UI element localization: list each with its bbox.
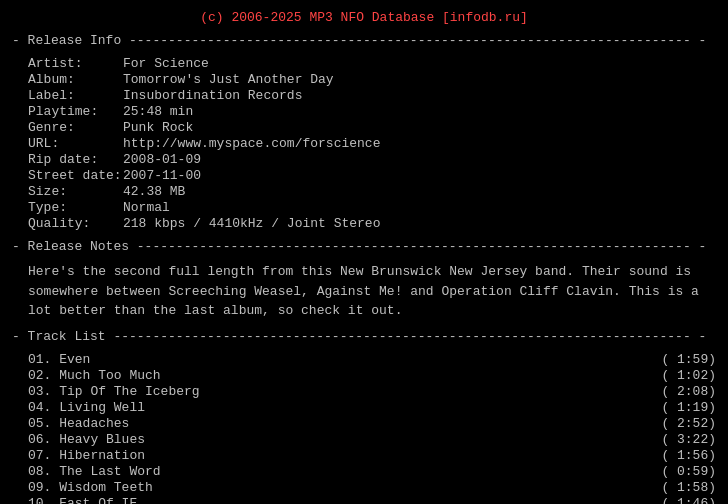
url-label: URL:	[28, 136, 123, 151]
genre-row: Genre: Punk Rock	[28, 120, 716, 135]
rip-date-label: Rip date:	[28, 152, 123, 167]
track-duration: ( 2:08)	[661, 384, 716, 399]
size-row: Size: 42.38 MB	[28, 184, 716, 199]
tracklist-divider: - Track List ---------------------------…	[12, 329, 716, 344]
genre-label: Genre:	[28, 120, 123, 135]
playtime-row: Playtime: 25:48 min	[28, 104, 716, 119]
track-row: 09. Wisdom Teeth( 1:58)	[28, 480, 716, 495]
quality-label: Quality:	[28, 216, 123, 231]
quality-value: 218 kbps / 4410kHz / Joint Stereo	[123, 216, 380, 231]
release-notes: Here's the second full length from this …	[28, 262, 716, 321]
track-row: 07. Hibernation( 1:56)	[28, 448, 716, 463]
track-row: 06. Heavy Blues( 3:22)	[28, 432, 716, 447]
rip-date-row: Rip date: 2008-01-09	[28, 152, 716, 167]
genre-value: Punk Rock	[123, 120, 193, 135]
quality-row: Quality: 218 kbps / 4410kHz / Joint Ster…	[28, 216, 716, 231]
track-row: 08. The Last Word( 0:59)	[28, 464, 716, 479]
type-value: Normal	[123, 200, 170, 215]
track-title: 01. Even	[28, 352, 90, 367]
type-label: Type:	[28, 200, 123, 215]
size-value: 42.38 MB	[123, 184, 185, 199]
street-date-label: Street date:	[28, 168, 123, 183]
street-date-row: Street date: 2007-11-00	[28, 168, 716, 183]
playtime-label: Playtime:	[28, 104, 123, 119]
track-row: 01. Even( 1:59)	[28, 352, 716, 367]
release-notes-divider: - Release Notes ------------------------…	[12, 239, 716, 254]
track-title: 07. Hibernation	[28, 448, 145, 463]
track-title: 09. Wisdom Teeth	[28, 480, 153, 495]
track-duration: ( 2:52)	[661, 416, 716, 431]
track-row: 02. Much Too Much( 1:02)	[28, 368, 716, 383]
track-duration: ( 1:46)	[661, 496, 716, 505]
track-title: 06. Heavy Blues	[28, 432, 145, 447]
label-row: Label: Insubordination Records	[28, 88, 716, 103]
track-row: 03. Tip Of The Iceberg( 2:08)	[28, 384, 716, 399]
artist-label: Artist:	[28, 56, 123, 71]
street-date-value: 2007-11-00	[123, 168, 201, 183]
track-title: 04. Living Well	[28, 400, 145, 415]
track-duration: ( 1:59)	[661, 352, 716, 367]
release-info: Artist: For Science Album: Tomorrow's Ju…	[28, 56, 716, 231]
album-value: Tomorrow's Just Another Day	[123, 72, 334, 87]
url-value: http://www.myspace.com/forscience	[123, 136, 380, 151]
label-label: Label:	[28, 88, 123, 103]
artist-row: Artist: For Science	[28, 56, 716, 71]
track-duration: ( 1:19)	[661, 400, 716, 415]
playtime-value: 25:48 min	[123, 104, 193, 119]
track-title: 05. Headaches	[28, 416, 129, 431]
size-label: Size:	[28, 184, 123, 199]
track-row: 04. Living Well( 1:19)	[28, 400, 716, 415]
rip-date-value: 2008-01-09	[123, 152, 201, 167]
tracklist: 01. Even( 1:59)02. Much Too Much( 1:02)0…	[28, 352, 716, 505]
track-title: 02. Much Too Much	[28, 368, 161, 383]
artist-value: For Science	[123, 56, 209, 71]
track-title: 10. East Of IE	[28, 496, 137, 505]
album-label: Album:	[28, 72, 123, 87]
label-value: Insubordination Records	[123, 88, 302, 103]
track-row: 10. East Of IE( 1:46)	[28, 496, 716, 505]
track-title: 08. The Last Word	[28, 464, 161, 479]
album-row: Album: Tomorrow's Just Another Day	[28, 72, 716, 87]
track-title: 03. Tip Of The Iceberg	[28, 384, 200, 399]
release-info-divider: - Release Info -------------------------…	[12, 33, 716, 48]
type-row: Type: Normal	[28, 200, 716, 215]
url-row: URL: http://www.myspace.com/forscience	[28, 136, 716, 151]
track-duration: ( 1:02)	[661, 368, 716, 383]
track-duration: ( 0:59)	[661, 464, 716, 479]
track-duration: ( 1:56)	[661, 448, 716, 463]
title-line: (c) 2006-2025 MP3 NFO Database [infodb.r…	[12, 10, 716, 25]
track-duration: ( 1:58)	[661, 480, 716, 495]
track-duration: ( 3:22)	[661, 432, 716, 447]
track-row: 05. Headaches( 2:52)	[28, 416, 716, 431]
